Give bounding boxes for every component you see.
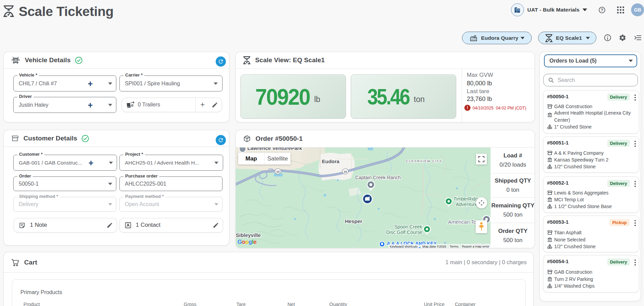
svg-text:10: 10 xyxy=(276,170,280,173)
svg-text:Eudora: Eudora xyxy=(322,158,340,164)
svg-text:Hesper: Hesper xyxy=(345,218,362,224)
svg-text:Captain Creek Ranch: Captain Creek Ranch xyxy=(355,175,401,180)
svg-text:Disc Golf Course: Disc Golf Course xyxy=(386,230,422,235)
svg-text:Lawrence VenturePark: Lawrence VenturePark xyxy=(247,148,302,151)
svg-text:Spoon Creek: Spoon Creek xyxy=(394,224,423,230)
svg-text:Sibleyville: Sibleyville xyxy=(236,232,261,238)
svg-text:10: 10 xyxy=(344,170,347,173)
svg-text:CLEARVIEW CITY: CLEARVIEW CITY xyxy=(406,159,442,163)
